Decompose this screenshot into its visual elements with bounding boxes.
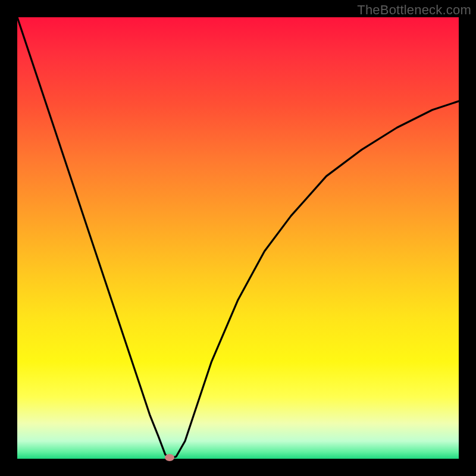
chart-plot-area (17, 17, 459, 459)
bottleneck-curve (17, 17, 459, 459)
optimal-point-marker (165, 454, 174, 461)
watermark-text: TheBottleneck.com (357, 2, 471, 18)
